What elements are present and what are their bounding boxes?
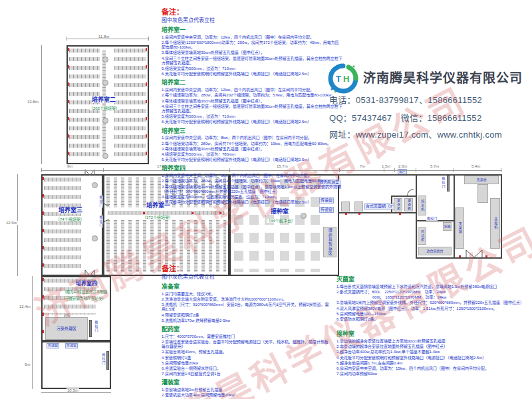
notes-bottom-left: 备注： 图中灰色黑点代表立柱 准备室 1.房门均需要宽大，建议3米。2.洗涤池靠… [162,265,332,399]
drawing-canvas: 培养室二 （202个组培架） 11.8m 13.8m 培养室三 （74个组培架）… [0,0,532,399]
note-line: 1.房间内安装中央空调，功率为：8kw，两个内机出风口（图中）在房间内平均分配。 [162,174,342,178]
notes-section: 培养室三 1.房间内安装中央空调，功率为：8kw，两个内机出风口（图中）在房间内… [162,128,342,163]
locker-box: 更衣柜 [404,198,413,211]
notes-section-heading: 配药室 [162,327,332,333]
note-line: 2.靠墙位置安装合适实验台，台面平均分配预留电源接口（天平、纯水机、磁搅拌、酸度… [162,340,332,349]
notes-section-heading: 培养室三 [162,128,342,135]
wall-ticks [43,278,44,339]
pass-window-label: 传递窗 [319,207,334,213]
note-line: 6.安装防水照明灯2盏。 [336,317,528,322]
note-line: 5.天花板平均分配安装照明灯和预留室外线路墙口（电源接口）（电话接口离地2.5m… [162,200,342,205]
dimension-line [32,341,33,389]
medicine-cabinet-box: 药品柜 [418,227,426,245]
svg-text:T: T [336,74,341,84]
note-line: 3.实验台离地40cm，预留五孔插座。 [162,350,332,354]
dim-tick [416,168,416,172]
note-line: 600L 1650*1120*1970MM 功率：24kw [336,295,528,300]
wall [391,196,417,197]
note-line: 6.房间内安装中央空调，功率为：15kw，四个内机出风口（图中）在房间内平均分配… [336,366,528,371]
dim-tick [66,37,67,41]
notes-section-lines: 1.靠边墙的超净台安装位置墙壁上方离地30cm处预留五孔插座2.非靠边墙的超净台… [336,339,528,376]
water-machine-box: 纯水机 [418,196,426,215]
note-line: 5.洗瓶机功率170w 烘烤预留电量2-5kw [162,319,332,323]
dimension-label: 12.9m [5,221,18,225]
note-line: 4.天花板平均分配安装照明灯和预留室外线路墙口（电源接口）（电话接口离地2.5m… [336,356,528,360]
svg-text:H: H [343,74,349,84]
notes-top: 备注： 图中灰色黑点代表立柱 培养室一 1.房间内安装中央空调，功率为：12kw… [162,8,342,205]
sink-bench: 洗涤池 [464,176,499,184]
rack-rows-left [69,49,100,160]
socket-dot [345,213,347,215]
notes-section-heading: 培养室二 [162,80,342,86]
pass-window-label: 传递窗 [47,343,59,348]
socket-dot [358,213,360,215]
pillar-dot [102,118,108,124]
room-note-line2: 行数计算为49个组培架） [65,297,106,301]
notes-section-lines: 1.房间内安装中央空调，功率为：8kw，两个内机出风口（图中）在房间内平均分配。… [162,136,342,162]
note-line: 2.每个组培架(1250*500*1800mm)功率为：250w，房间共172个… [162,41,342,50]
notes-section: 灌装室 1.靠窗墙边离地2m处预留五孔插座2.灌装机最大功率4kw 房间预留电量… [162,380,332,399]
sliding-door [89,320,92,337]
note-line: 5.组培架宽度为500mm，过道为：710mm [162,114,342,119]
note-line: 1.每台卧式灭菌锅靠墙区域预留上下水管道和蒸汽管道，靠墙离地1.5m处预留380… [336,285,528,289]
dimension-label: 11.8m [98,35,110,39]
dimension-label: 12.4m [19,305,31,309]
company-website-line: 网址：www.zupei17.com、www.cnhtkj.com [329,128,502,140]
notes-section-lines: 1.房间内安装中央空调，功率为：12kw，四个内机出风口（图中）在房间内平均分配… [162,88,342,124]
note-line: 4.组培架宽度为500mm，过道为：780mm [162,152,342,157]
room-count-label: （202个组培架） [89,106,120,110]
room-lower [41,341,111,389]
note-line: 7.房间内安装1.5匹壁挂式空调1台 [162,372,332,376]
wall-ticks [146,48,147,161]
dimension-label: 10.3m [66,388,79,392]
note-line: 3.靠墙离地1米内上预留空调安装外线槽，外径尺寸：920*600*680mm，并… [336,301,528,305]
room-label: 培养室三 [59,207,82,213]
rack-rows [44,178,81,273]
notes-section: 培养室二 1.房间内安装中央空调，功率为：12kw，四个内机出风口（图中）在房间… [162,80,342,124]
notes-section: 配药室 1.尺寸：4000*5700mm，需要安装推拉门2.靠墙位置安装合适实验… [162,327,332,376]
dimension-label: 6m [24,362,31,366]
dim-tick [148,37,149,41]
pillar-dot [102,80,108,86]
door-arc-icon [407,189,414,196]
socket-dot [143,212,145,214]
dimension-label: 5.7m [430,164,440,168]
note-line: 2.每个组培架功率为：280w，房间共202个组培架，功率约为：57kw，用电为… [162,93,342,98]
notes-legend: 图中灰色黑点代表立柱 [162,18,342,24]
company-name: 济南腾昊科学仪器有限公司 [363,68,523,86]
note-line: 2.卧式灭菌锅尺寸：800L 2250*1120*1970MM 功率：20kw [336,290,528,295]
dim-tick [103,168,104,172]
note-line: 5.超净台前后间距1.7m,左右间距0.4m [336,361,528,366]
note-line: 2.灌装机最大功率4kw 房间预留电量20kw [162,393,332,398]
note-line: 6.合适实验台一侧预留水管接口。 [162,366,332,371]
notes-section-heading: 接种室 [336,331,528,338]
company-qq-wechat-line: QQ：57437467 微信：15866611552 [329,111,481,124]
notes-section-heading: 灭菌室 [336,277,528,283]
sliding-door-label: 推拉门 [100,353,106,365]
note-line: 1.房间内安装中央空调，功率为：12kw，四个内机出风口（图中）在房间内平均分配… [162,35,342,40]
note-line: 3.每体组培架靠墙离地30cm处预留五孔插座（图中红点）。 [162,147,342,152]
pillar-dot [102,153,108,159]
notes-section: 培养室四 1.房间内安装中央空调，功率为：8kw，两个内机出风口（图中）在房间内… [162,166,342,205]
note-line: 5.组培架宽度为500mm，过道为：710mm [162,66,342,71]
sliding-door-label: 推拉门 [93,321,98,332]
pass-window-label: 传递窗 [65,343,78,348]
note-line: 1.房门均需要宽大，建议3米。 [162,292,332,297]
bench-sterilizer-box [354,201,363,211]
note-line: 7.房间内功率预留50kw [336,372,528,376]
room-count-label: （172个组培架） [142,215,173,219]
rack-rows-right [114,49,146,160]
note-line: 5.房间预留电量20kw [162,361,332,366]
note-line: 6.天花板平均分配安装照明灯和预留室外线路墙口（电源接口）（电话接口离地2.5m… [162,120,342,124]
note-line: 2.每个组培架功率为：280w，房间共49个组培架，功率约为：14kw，用电为匹… [162,179,342,184]
note-line: 5.房间预留电量100—150kw [336,312,528,317]
sliding-door-label: 推拉门 [440,177,446,189]
notes-title: 备注： [162,265,332,273]
double-door-icon [466,249,483,258]
dimension-label: 5.4m [471,164,481,168]
notes-section: 接种室 1.靠边墙的超净台安装位置墙壁上方离地30cm处预留五孔插座2.非靠边墙… [336,331,528,376]
note-line: 3.超净台功率400w,总功率约为1.4kw,单个插座不要超1.4kw [336,350,528,354]
notes-section-lines: 1.房间内安装中央空调，功率为：8kw，两个内机出风口（图中）在房间内平均分配。… [162,174,342,205]
note-line: 4.双人风淋室预留380V电源（图中红点），功率：1.51kw,外形尺寸：125… [336,307,528,311]
sterilizer-strip: 灭菌锅 [455,207,464,249]
